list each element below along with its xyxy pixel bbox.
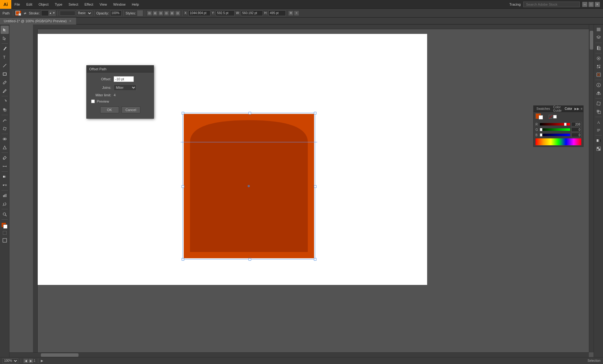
pathfinder-icon[interactable] bbox=[595, 108, 602, 115]
align-bottom-icon[interactable]: ⊟ bbox=[175, 11, 180, 16]
align-icon[interactable] bbox=[595, 89, 602, 97]
align-center-v-icon[interactable]: ⊞ bbox=[170, 11, 175, 16]
selection-tool[interactable] bbox=[1, 26, 9, 34]
free-transform-tool[interactable] bbox=[1, 125, 9, 133]
g-slider[interactable] bbox=[540, 128, 570, 131]
r-value-input[interactable] bbox=[571, 122, 581, 126]
w-coord-input[interactable] bbox=[241, 10, 263, 16]
shape-builder-tool[interactable] bbox=[1, 135, 9, 143]
prev-artboard-btn[interactable]: ◀ bbox=[24, 359, 28, 363]
white-color-icon[interactable] bbox=[553, 115, 557, 119]
swap-icon[interactable]: ⇄ bbox=[23, 11, 28, 16]
document-tab[interactable]: Untitled-1* @ 100% (RGB/GPU Preview) ✕ bbox=[0, 18, 76, 24]
type-tool[interactable]: T bbox=[1, 53, 9, 61]
menu-help[interactable]: Help bbox=[129, 0, 142, 8]
menu-window[interactable]: Window bbox=[110, 0, 129, 8]
menu-select[interactable]: Select bbox=[65, 0, 81, 8]
style-swatch[interactable] bbox=[137, 10, 143, 16]
cancel-button[interactable]: Cancel bbox=[122, 106, 140, 113]
none-indicator[interactable] bbox=[3, 231, 7, 235]
menu-object[interactable]: Object bbox=[35, 0, 52, 8]
panel-menu-button[interactable]: ▶▶ bbox=[574, 107, 579, 110]
blend-tool[interactable] bbox=[1, 181, 9, 189]
stroke-down-btn[interactable]: ▼ bbox=[52, 10, 56, 16]
b-value-input[interactable] bbox=[571, 133, 581, 137]
stroke-weight-input[interactable] bbox=[41, 10, 49, 16]
swatches-tab[interactable]: Swatches bbox=[535, 107, 551, 110]
tab-close-button[interactable]: ✕ bbox=[68, 19, 72, 23]
menu-view[interactable]: View bbox=[96, 0, 110, 8]
horizontal-scrollbar[interactable] bbox=[9, 352, 589, 357]
align-center-h-icon[interactable]: ⊞ bbox=[153, 11, 158, 16]
opacity-input[interactable] bbox=[110, 10, 122, 16]
next-artboard-btn[interactable]: ▶ bbox=[29, 359, 33, 363]
libraries-icon[interactable] bbox=[595, 44, 602, 52]
rectangle-tool[interactable] bbox=[1, 70, 9, 78]
h-coord-input[interactable] bbox=[269, 10, 286, 16]
color-tab[interactable]: Color bbox=[564, 107, 573, 110]
horizontal-scroll-thumb[interactable] bbox=[41, 353, 79, 357]
warp-tool[interactable] bbox=[1, 116, 9, 124]
g-value-input[interactable] bbox=[571, 127, 581, 132]
r-thumb[interactable] bbox=[564, 123, 567, 126]
y-coord-input[interactable] bbox=[216, 10, 235, 16]
r-slider[interactable] bbox=[540, 123, 570, 126]
color-guide-tab[interactable]: Color Guide bbox=[552, 105, 562, 112]
stroke-color-icon[interactable] bbox=[15, 10, 21, 16]
vertical-scroll-thumb[interactable] bbox=[590, 31, 593, 50]
close-button[interactable]: ✕ bbox=[595, 2, 600, 7]
rotate-tool[interactable] bbox=[1, 97, 9, 105]
menu-type[interactable]: Type bbox=[52, 0, 66, 8]
menu-file[interactable]: File bbox=[11, 0, 23, 8]
line-tool[interactable] bbox=[1, 62, 9, 70]
more-options-icon[interactable]: ≡ bbox=[294, 11, 299, 16]
align-left-icon[interactable]: ⊟ bbox=[147, 11, 152, 16]
zoom-tool[interactable] bbox=[1, 210, 9, 218]
g-thumb[interactable] bbox=[540, 128, 542, 131]
scale-tool[interactable] bbox=[1, 106, 9, 114]
eyedropper-tool[interactable] bbox=[1, 154, 9, 162]
gradient-panel-icon[interactable] bbox=[595, 137, 602, 144]
offset-input[interactable] bbox=[114, 76, 134, 82]
lasso-tool[interactable] bbox=[1, 200, 9, 208]
menu-effect[interactable]: Effect bbox=[81, 0, 96, 8]
appearance-icon[interactable] bbox=[595, 55, 602, 62]
perspective-grid-tool[interactable] bbox=[1, 143, 9, 152]
canvas-area[interactable]: Offset Path Offset: Joins: Miter Round B… bbox=[9, 24, 594, 357]
transparency-icon[interactable] bbox=[595, 145, 602, 153]
panel-collapse-button[interactable]: ≡ bbox=[581, 107, 583, 110]
info-icon[interactable] bbox=[595, 81, 602, 89]
align-top-icon[interactable]: ⊟ bbox=[164, 11, 169, 16]
constrain-proportions-icon[interactable]: ⛓ bbox=[288, 11, 293, 16]
preview-checkbox[interactable] bbox=[91, 99, 95, 103]
minimize-button[interactable]: ─ bbox=[582, 2, 587, 7]
layers-icon[interactable] bbox=[595, 34, 602, 41]
properties-icon[interactable] bbox=[595, 26, 602, 33]
b-slider[interactable] bbox=[540, 134, 570, 136]
graphic-styles-icon[interactable] bbox=[595, 63, 602, 70]
zoom-select[interactable]: 100% bbox=[3, 358, 18, 363]
basic-style-select[interactable]: Basic bbox=[77, 10, 92, 16]
none-color-icon[interactable] bbox=[549, 115, 552, 119]
fg-bg-color-indicator[interactable] bbox=[1, 222, 9, 230]
pen-tool[interactable] bbox=[1, 45, 9, 53]
measure-tool[interactable] bbox=[1, 162, 9, 170]
pencil-tool[interactable] bbox=[1, 87, 9, 95]
menu-edit[interactable]: Edit bbox=[23, 0, 35, 8]
maximize-button[interactable]: □ bbox=[589, 2, 594, 7]
paintbrush-tool[interactable] bbox=[1, 78, 9, 87]
direct-selection-tool[interactable] bbox=[1, 34, 9, 42]
bar-chart-tool[interactable] bbox=[1, 191, 9, 200]
transform-panel-icon[interactable] bbox=[595, 100, 602, 107]
x-coord-input[interactable] bbox=[188, 10, 210, 16]
align-right-icon[interactable]: ⊟ bbox=[158, 11, 163, 16]
vertical-scrollbar[interactable] bbox=[589, 24, 594, 352]
gradient-tool[interactable] bbox=[1, 173, 9, 181]
character-icon[interactable]: A bbox=[595, 118, 602, 126]
paragraph-icon[interactable] bbox=[595, 126, 602, 134]
stroke-up-btn[interactable]: ▲ bbox=[49, 10, 52, 16]
navigator-icon[interactable] bbox=[595, 71, 602, 78]
b-thumb[interactable] bbox=[540, 133, 542, 136]
color-spectrum[interactable] bbox=[535, 138, 581, 145]
joins-select[interactable]: Miter Round Bevel bbox=[114, 84, 136, 91]
